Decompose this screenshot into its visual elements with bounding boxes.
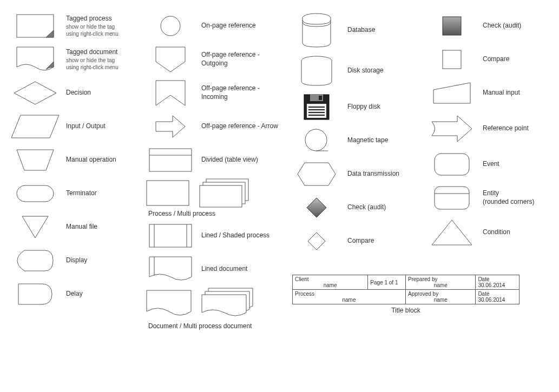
- check-audit-square-icon: [442, 16, 462, 36]
- label: Entity: [483, 189, 534, 198]
- sub: using right-click menu: [66, 64, 119, 71]
- item-offpage-arrow: Off-page reference - Arrow: [146, 111, 287, 142]
- label: Delay: [66, 290, 83, 298]
- svg-marker-42: [432, 220, 472, 245]
- label: Database: [347, 26, 375, 35]
- label: Divided (table view): [201, 156, 258, 164]
- label: Manual input: [483, 89, 520, 97]
- label: Disk storage: [347, 67, 384, 75]
- label: Manual file: [66, 223, 97, 231]
- label: Terminator: [66, 189, 97, 198]
- sub: using right-click menu: [66, 30, 119, 37]
- item-floppy: Floppy disk: [292, 92, 422, 122]
- label: Condition: [483, 228, 510, 237]
- circle-icon: [160, 15, 181, 37]
- tagged-process-icon: [16, 14, 54, 38]
- label: Tagged process: [66, 15, 119, 23]
- svg-rect-13: [147, 181, 189, 205]
- process-icon: [146, 180, 189, 206]
- arrow-right-icon: [155, 115, 186, 138]
- database-icon: [301, 13, 332, 48]
- sub: show or hide the tag: [66, 23, 119, 30]
- svg-rect-37: [443, 50, 461, 69]
- svg-rect-40: [435, 187, 469, 209]
- label: Event: [483, 160, 499, 169]
- delay-icon: [18, 283, 52, 305]
- display-icon: [17, 250, 54, 271]
- entity-icon: [434, 186, 470, 210]
- svg-rect-0: [17, 15, 54, 37]
- label: Lined document: [201, 265, 247, 274]
- sub: (rounded corners): [483, 198, 534, 207]
- svg-point-31: [305, 129, 327, 151]
- svg-rect-26: [307, 104, 326, 118]
- item-input-output: Input / Output: [11, 111, 141, 142]
- parallelogram-icon: [11, 115, 60, 138]
- item-offpage-incoming: Off-page reference - Incoming: [146, 78, 287, 108]
- triangle-down-icon: [22, 216, 49, 238]
- svg-marker-35: [308, 232, 325, 250]
- svg-marker-9: [156, 81, 185, 105]
- manual-input-icon: [433, 82, 471, 104]
- item-tagged-document: Tagged document show or hide the tag usi…: [11, 44, 141, 75]
- svg-marker-4: [17, 150, 54, 170]
- item-terminator: Terminator: [11, 178, 141, 209]
- label: Input / Output: [66, 122, 106, 131]
- item-document-multi: Document / Multi process document: [146, 288, 287, 330]
- item-magnetic-tape: Magnetic tape: [292, 125, 422, 156]
- svg-rect-5: [17, 185, 54, 202]
- item-display: Display: [11, 245, 141, 276]
- item-process-multi: Process / Multi process: [146, 178, 287, 217]
- lined-document-icon: [149, 256, 192, 282]
- tagged-document-icon: [16, 46, 54, 72]
- item-decision: Decision: [11, 78, 141, 108]
- item-data-transmission: Data transmission: [292, 159, 422, 189]
- svg-marker-33: [298, 163, 336, 185]
- compare-square-icon: [442, 50, 462, 69]
- svg-rect-11: [149, 149, 192, 171]
- svg-marker-38: [433, 83, 470, 103]
- svg-marker-6: [22, 216, 48, 238]
- svg-rect-25: [319, 96, 322, 100]
- item-lined-shaded: Lined / Shaded process: [146, 221, 287, 251]
- item-check-audit-3: Check (audit): [292, 192, 422, 223]
- hexagon-icon: [297, 162, 336, 186]
- item-manual-operation: Manual operation: [11, 145, 141, 175]
- item-event: Event: [428, 149, 557, 180]
- item-condition: Condition: [428, 216, 557, 249]
- label: Compare: [347, 237, 374, 245]
- label: Floppy disk: [347, 103, 380, 111]
- label: On-page reference: [201, 22, 256, 30]
- tb-process-label: Process: [295, 291, 403, 297]
- compare-icon: [307, 232, 326, 250]
- multi-document-icon: [201, 288, 255, 320]
- svg-rect-17: [149, 224, 192, 247]
- svg-point-7: [161, 16, 180, 36]
- label: Decision: [66, 89, 91, 97]
- label: Manual operation: [66, 156, 116, 164]
- item-manual-input: Manual input: [428, 78, 557, 108]
- svg-rect-36: [443, 17, 461, 35]
- check-audit-icon: [306, 197, 327, 218]
- label: Magnetic tape: [347, 136, 388, 145]
- label: Document / Multi process document: [146, 322, 287, 330]
- item-offpage-outgoing: Off-page reference - Outgoing: [146, 44, 287, 75]
- label: Lined / Shaded process: [201, 231, 269, 240]
- floppy-disk-icon: [304, 94, 330, 120]
- terminator-icon: [16, 185, 54, 202]
- offpage-out-icon: [155, 46, 186, 72]
- reference-arrow-icon: [431, 115, 472, 142]
- divided-icon: [149, 148, 192, 172]
- item-compare-4: Compare: [428, 44, 557, 75]
- sub: show or hide the tag: [66, 57, 119, 64]
- decision-icon: [14, 81, 57, 105]
- svg-marker-8: [156, 47, 185, 72]
- item-delay: Delay: [11, 279, 141, 309]
- triangle-up-icon: [431, 220, 472, 245]
- label: Data transmission: [347, 170, 399, 178]
- item-onpage-reference: On-page reference: [146, 11, 287, 41]
- document-icon: [146, 290, 192, 318]
- svg-rect-39: [435, 154, 469, 175]
- event-icon: [434, 153, 470, 176]
- label: Display: [66, 256, 87, 265]
